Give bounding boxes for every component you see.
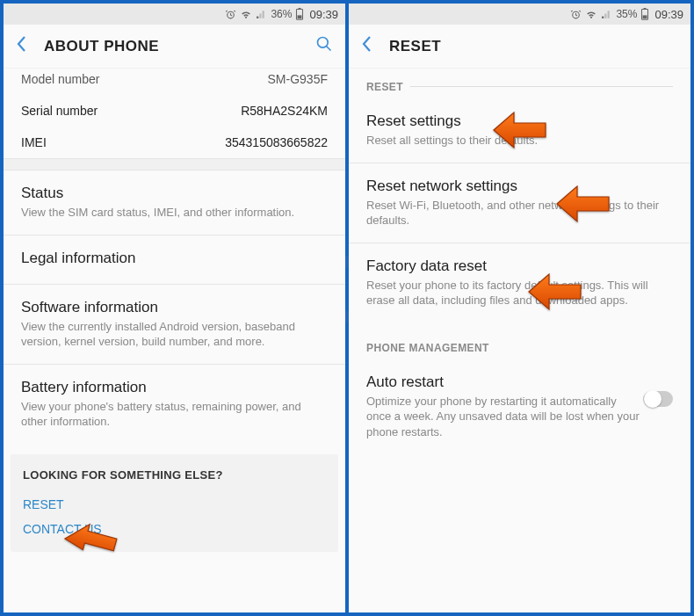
wifi-icon [240,9,252,20]
svg-rect-8 [643,15,647,18]
wifi-icon [585,9,597,20]
alarm-icon [570,9,582,20]
svg-point-4 [318,38,329,48]
battery-icon [640,8,649,20]
header: ABOUT PHONE [4,25,345,69]
item-battery-information[interactable]: Battery information View your phone's ba… [4,365,345,444]
battery-percent: 36% [271,8,292,20]
svg-rect-7 [644,8,647,9]
item-reset-network-settings[interactable]: Reset network settings Reset Wi-Fi, Blue… [349,163,690,243]
clock-time: 09:39 [309,8,338,21]
svg-rect-2 [299,8,301,9]
back-icon[interactable] [16,35,28,58]
auto-restart-toggle[interactable] [643,391,673,407]
section-header-phone-management: PHONE MANAGEMENT [349,322,690,359]
about-phone-screen: 36% 09:39 ABOUT PHONE Model number SM-G9… [4,4,345,612]
status-bar: 35% 09:39 [349,4,690,25]
content-area: RESET Reset settings Reset all settings … [349,69,690,612]
section-divider [4,158,345,170]
section-header-reset: RESET [349,69,690,98]
item-status[interactable]: Status View the SIM card status, IMEI, a… [4,170,345,235]
item-factory-data-reset[interactable]: Factory data reset Reset your phone to i… [349,243,690,322]
info-row-model: Model number SM-G935F [4,69,345,95]
page-title: ABOUT PHONE [44,38,315,55]
footer-link-contact-us[interactable]: CONTACT US [23,517,326,541]
search-icon[interactable] [315,35,333,57]
header: RESET [349,25,690,69]
battery-icon [295,8,304,20]
item-legal-information[interactable]: Legal information [4,236,345,284]
info-row-imei: IMEI 354315083665822 [4,127,345,158]
item-software-information[interactable]: Software information View the currently … [4,285,345,364]
footer-link-reset[interactable]: RESET [23,492,326,517]
reset-screen: 35% 09:39 RESET RESET Reset settings Res… [349,4,690,612]
signal-icon [256,9,267,20]
page-title: RESET [389,38,678,55]
back-icon[interactable] [361,35,373,58]
alarm-icon [225,9,236,20]
footer-card: LOOKING FOR SOMETHING ELSE? RESET CONTAC… [11,454,338,552]
status-bar: 36% 09:39 [4,4,345,25]
content-area: Model number SM-G935F Serial number R58H… [4,69,345,612]
battery-percent: 35% [616,8,637,20]
item-reset-settings[interactable]: Reset settings Reset all settings to the… [349,98,690,163]
item-auto-restart[interactable]: Auto restart Optimize your phone by rest… [349,359,690,454]
signal-icon [601,9,612,20]
footer-header: LOOKING FOR SOMETHING ELSE? [23,468,326,482]
clock-time: 09:39 [654,8,683,21]
svg-rect-3 [298,15,302,18]
info-row-serial: Serial number R58HA2S24KM [4,95,345,127]
